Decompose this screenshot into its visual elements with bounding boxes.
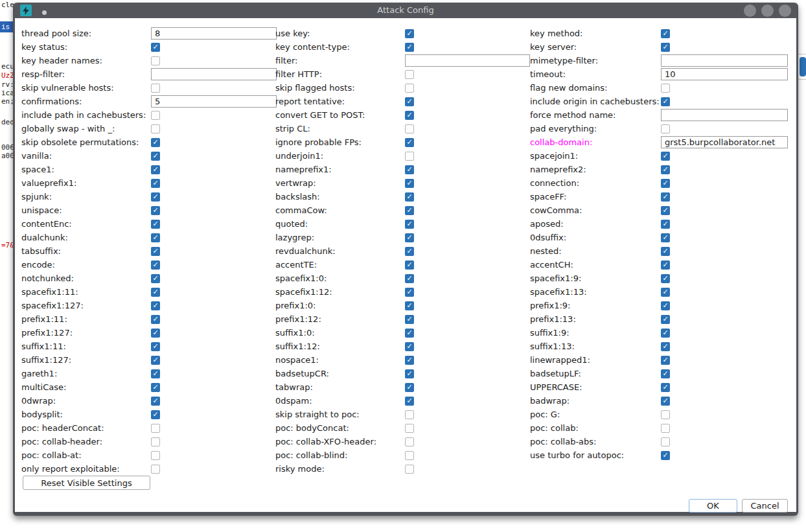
poc-g-checkbox[interactable] xyxy=(661,410,670,419)
accentch-checkbox[interactable]: ✓ xyxy=(661,260,670,270)
risky-mode-checkbox[interactable] xyxy=(405,465,414,474)
poc-headerconcat-checkbox[interactable] xyxy=(151,424,160,433)
convert-get-to-post-checkbox[interactable]: ✓ xyxy=(405,111,414,120)
spacefix1-9-checkbox[interactable]: ✓ xyxy=(661,274,670,283)
resp-filter-input[interactable] xyxy=(151,68,277,80)
dialog-titlebar[interactable]: Attack Config xyxy=(15,3,796,18)
include-path-in-cachebusters-checkbox[interactable] xyxy=(151,111,160,120)
nested-checkbox[interactable]: ✓ xyxy=(661,247,670,256)
poc-collab-blind-checkbox[interactable] xyxy=(405,451,414,460)
only-report-exploitable-checkbox[interactable] xyxy=(151,465,160,474)
poc-collab-xfo-header-checkbox[interactable] xyxy=(405,437,414,446)
space1-checkbox[interactable]: ✓ xyxy=(151,165,160,174)
vanilla-checkbox[interactable]: ✓ xyxy=(151,152,160,161)
maximize-button[interactable] xyxy=(761,5,774,17)
badsetuplf-checkbox[interactable]: ✓ xyxy=(661,369,670,378)
prefix1-11-checkbox[interactable]: ✓ xyxy=(151,315,160,324)
lazygrep-checkbox[interactable]: ✓ xyxy=(405,233,414,242)
spacefix1-13-checkbox[interactable]: ✓ xyxy=(661,288,670,297)
poc-collab-checkbox[interactable] xyxy=(661,424,670,433)
use-turbo-for-autopoc-checkbox[interactable]: ✓ xyxy=(661,451,670,460)
underjoin1-checkbox[interactable] xyxy=(405,152,414,161)
suffix1-11-checkbox[interactable]: ✓ xyxy=(151,342,160,351)
multicase-checkbox[interactable]: ✓ xyxy=(151,383,160,392)
0dspam-checkbox[interactable]: ✓ xyxy=(405,397,414,406)
contentenc-checkbox[interactable]: ✓ xyxy=(151,220,160,229)
collab-domain-input[interactable] xyxy=(661,136,788,148)
spacefix1-0-checkbox[interactable]: ✓ xyxy=(405,274,414,283)
poc-bodyconcat-checkbox[interactable] xyxy=(405,424,414,433)
filter-http-checkbox[interactable] xyxy=(405,70,414,79)
notchunked-checkbox[interactable]: ✓ xyxy=(151,274,160,283)
poc-collab-abs-checkbox[interactable] xyxy=(661,437,670,446)
key-status-checkbox[interactable]: ✓ xyxy=(151,43,160,52)
ignore-probable-fps-checkbox[interactable]: ✓ xyxy=(405,138,414,147)
suffix1-12-checkbox[interactable]: ✓ xyxy=(405,342,414,351)
bodysplit-checkbox[interactable]: ✓ xyxy=(151,410,160,419)
quoted-checkbox[interactable]: ✓ xyxy=(405,220,414,229)
flag-new-domains-checkbox[interactable] xyxy=(661,84,670,93)
use-key-checkbox[interactable]: ✓ xyxy=(405,29,414,38)
key-content-type-checkbox[interactable]: ✓ xyxy=(405,43,414,52)
spaceff-checkbox[interactable]: ✓ xyxy=(661,192,670,202)
valueprefix1-checkbox[interactable]: ✓ xyxy=(151,179,160,188)
ok-button[interactable]: OK xyxy=(689,499,737,513)
timeout-input[interactable] xyxy=(661,68,788,80)
spacefix1-12-checkbox[interactable]: ✓ xyxy=(405,288,414,297)
force-method-name-input[interactable] xyxy=(661,109,788,121)
prefix1-9-checkbox[interactable]: ✓ xyxy=(661,301,670,310)
accentte-checkbox[interactable]: ✓ xyxy=(405,260,414,270)
encode-checkbox[interactable]: ✓ xyxy=(151,260,160,270)
backslash-checkbox[interactable]: ✓ xyxy=(405,192,414,202)
suffix1-0-checkbox[interactable]: ✓ xyxy=(405,329,414,338)
poc-collab-header-checkbox[interactable] xyxy=(151,437,160,446)
vertwrap-checkbox[interactable]: ✓ xyxy=(405,179,414,188)
strip-cl-checkbox[interactable] xyxy=(405,124,414,133)
reset-visible-settings-button[interactable]: Reset Visible Settings xyxy=(23,476,150,490)
nameprefix1-checkbox[interactable]: ✓ xyxy=(405,165,414,174)
prefix1-127-checkbox[interactable]: ✓ xyxy=(151,329,160,338)
nospace1-checkbox[interactable]: ✓ xyxy=(405,356,414,365)
skip-obsolete-permutations-checkbox[interactable]: ✓ xyxy=(151,138,160,147)
revdualchunk-checkbox[interactable]: ✓ xyxy=(405,247,414,256)
report-tentative-checkbox[interactable]: ✓ xyxy=(405,97,414,106)
suffix1-9-checkbox[interactable]: ✓ xyxy=(661,329,670,338)
badsetupcr-checkbox[interactable]: ✓ xyxy=(405,369,414,378)
badwrap-checkbox[interactable]: ✓ xyxy=(661,397,670,406)
nameprefix2-checkbox[interactable]: ✓ xyxy=(661,165,670,174)
gareth1-checkbox[interactable]: ✓ xyxy=(151,369,160,378)
close-button[interactable] xyxy=(779,5,791,17)
confirmations-input[interactable] xyxy=(151,95,277,108)
commacow-checkbox[interactable]: ✓ xyxy=(405,206,414,215)
skip-flagged-hosts-checkbox[interactable] xyxy=(405,84,414,93)
key-header-names-checkbox[interactable] xyxy=(151,56,160,65)
spacejoin1-checkbox[interactable]: ✓ xyxy=(661,152,670,161)
minimize-button[interactable] xyxy=(744,5,756,17)
suffix1-127-checkbox[interactable]: ✓ xyxy=(151,356,160,365)
uppercase-checkbox[interactable]: ✓ xyxy=(661,383,670,392)
include-origin-in-cachebusters-checkbox[interactable]: ✓ xyxy=(661,97,670,106)
unispace-checkbox[interactable]: ✓ xyxy=(151,206,160,215)
globally-swap-with-checkbox[interactable] xyxy=(151,124,160,133)
filter-input[interactable] xyxy=(405,54,530,67)
linewrapped1-checkbox[interactable]: ✓ xyxy=(661,356,670,365)
spacefix1-127-checkbox[interactable]: ✓ xyxy=(151,301,160,310)
prefix1-0-checkbox[interactable]: ✓ xyxy=(405,301,414,310)
thread-pool-size-input[interactable] xyxy=(151,27,277,40)
skip-straight-to-poc-checkbox[interactable] xyxy=(405,410,414,419)
aposed-checkbox[interactable]: ✓ xyxy=(661,220,670,229)
dualchunk-checkbox[interactable]: ✓ xyxy=(151,233,160,242)
tabwrap-checkbox[interactable]: ✓ xyxy=(405,383,414,392)
connection-checkbox[interactable]: ✓ xyxy=(661,179,670,188)
0dwrap-checkbox[interactable]: ✓ xyxy=(151,397,160,406)
skip-vulnerable-hosts-checkbox[interactable] xyxy=(151,84,160,93)
mimetype-filter-input[interactable] xyxy=(661,54,788,67)
tabsuffix-checkbox[interactable]: ✓ xyxy=(151,247,160,256)
0dsuffix-checkbox[interactable]: ✓ xyxy=(661,233,670,242)
key-server-checkbox[interactable]: ✓ xyxy=(661,43,670,52)
suffix1-13-checkbox[interactable]: ✓ xyxy=(661,342,670,351)
poc-collab-at-checkbox[interactable] xyxy=(151,451,160,460)
cancel-button[interactable]: Cancel xyxy=(742,499,788,513)
key-method-checkbox[interactable]: ✓ xyxy=(661,29,670,38)
spacefix1-11-checkbox[interactable]: ✓ xyxy=(151,288,160,297)
